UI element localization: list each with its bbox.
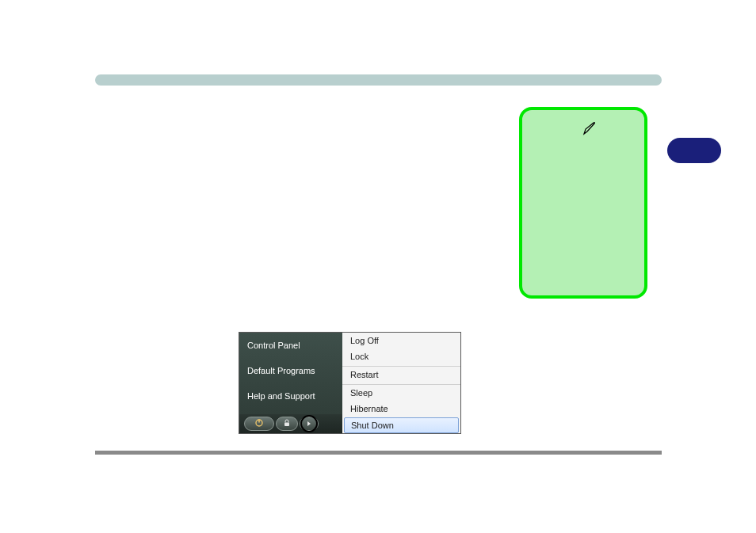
lock-button[interactable] [276, 417, 298, 431]
restart-item[interactable]: Restart [342, 366, 460, 383]
edit-pill-button[interactable] [667, 138, 721, 163]
shutdown-options-menu: Log Off Lock Restart Sleep Hibernate Shu… [342, 333, 460, 433]
lock-item[interactable]: Lock [342, 348, 460, 364]
control-panel-item[interactable]: Control Panel [239, 333, 342, 358]
help-and-support-item[interactable]: Help and Support [239, 383, 342, 409]
pen-icon [582, 121, 597, 139]
default-programs-item[interactable]: Default Programs [239, 358, 342, 383]
footer-bar [95, 451, 662, 455]
menu-item-label: Lock [350, 352, 368, 361]
lock-icon [283, 419, 291, 428]
menu-item-label: Default Programs [247, 366, 315, 375]
menu-item-label: Log Off [350, 336, 379, 345]
power-icon [254, 418, 264, 429]
svg-rect-2 [284, 423, 289, 427]
menu-item-label: Help and Support [247, 391, 315, 401]
start-menu: Control Panel Default Programs Help and … [239, 332, 461, 434]
shutdown-options-button[interactable] [300, 417, 319, 431]
note-box [519, 107, 647, 299]
shut-down-item[interactable]: Shut Down [344, 417, 459, 433]
sleep-item[interactable]: Sleep [342, 384, 460, 401]
menu-item-label: Control Panel [247, 341, 300, 350]
arrow-right-icon [306, 419, 312, 428]
menu-item-label: Restart [350, 370, 378, 379]
log-off-item[interactable]: Log Off [342, 333, 460, 348]
menu-item-label: Shut Down [351, 421, 394, 430]
menu-item-label: Sleep [350, 388, 372, 398]
hibernate-item[interactable]: Hibernate [342, 401, 460, 417]
menu-item-label: Hibernate [350, 404, 388, 413]
header-bar [95, 74, 662, 86]
start-menu-left-panel: Control Panel Default Programs Help and … [239, 333, 342, 433]
power-button-row [239, 414, 342, 433]
power-button[interactable] [244, 417, 274, 431]
